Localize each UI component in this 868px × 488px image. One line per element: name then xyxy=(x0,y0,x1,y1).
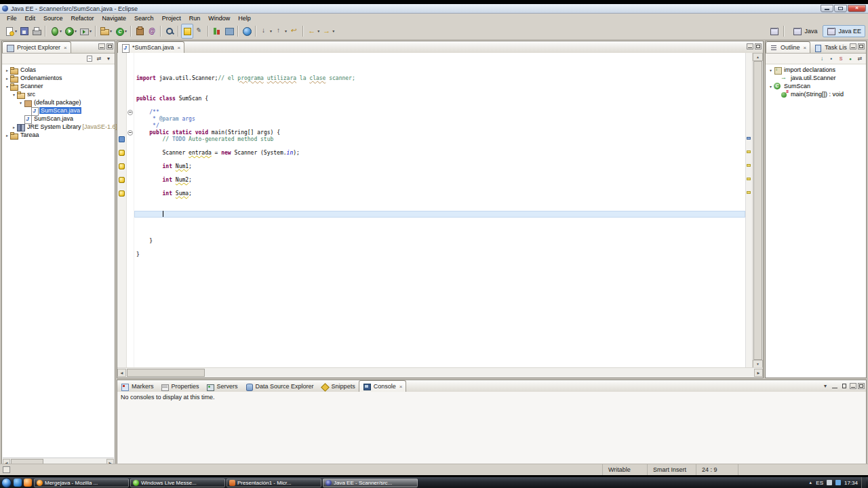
fold-collapse-icon[interactable] xyxy=(127,110,133,115)
code-line-18[interactable] xyxy=(134,170,745,177)
debug-button[interactable]: ▾ xyxy=(48,24,63,39)
code-line-14[interactable] xyxy=(134,143,745,150)
task-marker-icon[interactable] xyxy=(119,136,125,142)
annotations-button[interactable] xyxy=(193,24,205,39)
taskbar-button-firefox[interactable]: Mergejava - Mozilla ... xyxy=(34,479,129,487)
editor-hscrollbar[interactable]: ◀ ▶ xyxy=(117,367,763,378)
dropdown-arrow-icon[interactable]: ▾ xyxy=(270,28,272,33)
hide-non-public-icon[interactable] xyxy=(846,55,854,62)
folding-ruler[interactable] xyxy=(127,53,134,368)
code-line-12[interactable]: public static void main(String[] args) { xyxy=(134,129,745,136)
minimize-view-icon[interactable] xyxy=(850,383,856,389)
expander-icon[interactable]: ▾ xyxy=(4,84,10,89)
dropdown-arrow-icon[interactable]: ▾ xyxy=(110,28,112,33)
maximize-icon[interactable] xyxy=(840,382,848,390)
expander-icon[interactable]: ▸ xyxy=(4,68,10,73)
code-line-2[interactable] xyxy=(134,62,745,68)
expander-icon[interactable]: ▾ xyxy=(768,84,774,89)
outline-item-main-string-void[interactable]: main(String[]) : void xyxy=(766,90,866,98)
search-button[interactable] xyxy=(163,24,176,39)
expander-icon[interactable]: ▸ xyxy=(4,133,10,138)
project-item-jre-system-library[interactable]: ▸JRE System Library [JavaSE-1.6] xyxy=(2,123,115,131)
code-line-17[interactable]: int Num1; xyxy=(134,163,745,170)
view-menu-icon[interactable] xyxy=(104,55,113,62)
jar-button[interactable] xyxy=(134,24,146,39)
scroll-thumb[interactable] xyxy=(753,61,762,360)
code-line-15[interactable]: Scanner entrada = new Scanner (System.in… xyxy=(134,150,745,157)
tab-properties[interactable]: Properties xyxy=(157,381,203,392)
minimize-icon[interactable] xyxy=(831,382,839,390)
code-line-8[interactable] xyxy=(134,102,745,109)
perspective-java[interactable]: Java xyxy=(789,25,821,37)
code-line-1[interactable] xyxy=(134,55,745,62)
close-tab-icon[interactable]: × xyxy=(804,45,807,51)
instrument-button[interactable] xyxy=(223,24,235,39)
titlebar[interactable]: Java EE - Scanner/src/SumScan.java - Ecl… xyxy=(0,4,868,14)
menu-refactor[interactable]: Refactor xyxy=(67,14,98,22)
dropdown-arrow-icon[interactable]: ▾ xyxy=(125,28,127,33)
maximize-button[interactable] xyxy=(834,5,847,12)
code-line-3[interactable] xyxy=(134,68,745,75)
tab-servers[interactable]: Servers xyxy=(203,381,241,392)
outline-item-java-util-scanner[interactable]: java.util.Scanner xyxy=(766,74,866,82)
new-wizard-button[interactable]: ▾ xyxy=(3,24,18,39)
code-line-9[interactable]: /** xyxy=(134,109,745,116)
project-item-sumscan-java[interactable]: SumScan.java xyxy=(2,115,115,123)
taskbar-button-messenger[interactable]: Windows Live Messe... xyxy=(130,479,225,487)
dropdown-arrow-icon[interactable]: ▾ xyxy=(332,28,334,33)
project-item-default-package[interactable]: ▾(default package) xyxy=(2,98,115,106)
expander-icon[interactable]: ▾ xyxy=(11,92,17,97)
project-item-colas[interactable]: ▸Colas xyxy=(2,66,115,74)
collapse-all-icon[interactable] xyxy=(85,55,94,62)
scroll-right-icon[interactable]: ▶ xyxy=(754,369,763,377)
tab-data-source-explorer[interactable]: Data Source Explorer xyxy=(241,381,317,392)
expander-icon[interactable]: ▾ xyxy=(18,100,24,105)
back-button[interactable]: ▾ xyxy=(306,24,321,39)
external-tools-button[interactable]: ▾ xyxy=(78,24,93,39)
tab-project-explorer[interactable]: Project Explorer× xyxy=(2,41,71,53)
coverage-button[interactable] xyxy=(211,24,223,39)
javadoc-button[interactable] xyxy=(146,24,158,39)
code-line-10[interactable]: * @param args xyxy=(134,116,745,123)
code-line-25[interactable] xyxy=(134,218,745,224)
close-tab-icon[interactable]: × xyxy=(178,45,181,51)
new-class-button[interactable]: ▾ xyxy=(113,24,128,39)
code-line-16[interactable] xyxy=(134,157,745,163)
editor-vscrollbar[interactable]: ▲ ▼ xyxy=(752,53,763,368)
code-line-28[interactable]: } xyxy=(134,238,745,245)
last-edit-button[interactable] xyxy=(288,24,300,39)
dropdown-arrow-icon[interactable]: ▾ xyxy=(90,28,92,33)
language-indicator[interactable]: ES xyxy=(816,480,823,486)
project-item-src[interactable]: ▾src xyxy=(2,90,115,98)
tray-icon[interactable] xyxy=(827,480,832,485)
overview-warning-mark[interactable] xyxy=(747,178,751,180)
new-java-project-button[interactable]: ▾ xyxy=(98,24,113,39)
menu-navigate[interactable]: Navigate xyxy=(98,14,131,22)
perspective-java-ee[interactable]: Java EE xyxy=(823,25,865,37)
taskbar-button-powerpoint[interactable]: Presentación1 - Micr... xyxy=(226,479,321,487)
menu-run[interactable]: Run xyxy=(185,14,205,22)
tray-expand-icon[interactable]: ▲ xyxy=(808,481,812,485)
dropdown-arrow-icon[interactable]: ▾ xyxy=(60,28,62,33)
fold-collapse-icon[interactable] xyxy=(127,130,133,136)
open-perspective-icon[interactable] xyxy=(770,26,779,36)
outline-item-import-declarations[interactable]: ▾import declarations xyxy=(766,66,866,74)
scroll-up-icon[interactable]: ▲ xyxy=(753,53,763,61)
tab-markers[interactable]: Markers xyxy=(117,381,157,392)
code-line-19[interactable]: int Num2; xyxy=(134,177,745,184)
menu-search[interactable]: Search xyxy=(130,14,158,22)
maximize-view-icon[interactable] xyxy=(858,43,865,49)
close-tab-icon[interactable]: × xyxy=(64,45,67,51)
code-line-24[interactable] xyxy=(134,211,745,218)
code-line-22[interactable] xyxy=(134,197,745,204)
code-line-23[interactable] xyxy=(134,204,745,211)
scroll-thumb[interactable] xyxy=(127,369,205,377)
fast-view-icon[interactable] xyxy=(3,466,10,473)
code-line-20[interactable] xyxy=(134,184,745,190)
expander-icon[interactable]: ▾ xyxy=(768,68,774,73)
overview-warning-mark[interactable] xyxy=(747,150,751,153)
tab-task-lis[interactable]: Task Lis xyxy=(810,42,850,53)
sort-icon[interactable] xyxy=(818,55,826,62)
hide-fields-icon[interactable] xyxy=(827,55,835,62)
overview-ruler[interactable] xyxy=(745,53,752,368)
